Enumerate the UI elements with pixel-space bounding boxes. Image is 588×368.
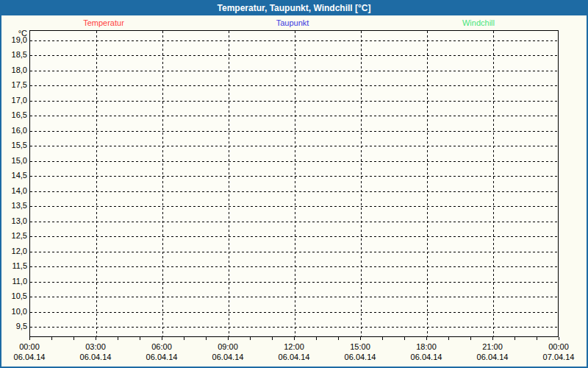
y-axis-tick-label: 16,5 bbox=[1, 110, 27, 119]
x-gridline bbox=[229, 31, 229, 336]
y-gridline bbox=[30, 116, 558, 116]
y-axis-tick-label: 11,0 bbox=[1, 277, 27, 286]
y-gridline bbox=[30, 191, 558, 192]
y-axis-tick-label: 14,5 bbox=[1, 171, 27, 180]
x-gridline bbox=[493, 31, 494, 336]
y-gridline bbox=[30, 71, 558, 71]
x-axis-time-label: 06:00 bbox=[151, 342, 172, 351]
x-axis-time-label: 18:00 bbox=[416, 342, 437, 351]
x-gridline bbox=[427, 31, 428, 336]
x-axis-tick bbox=[96, 337, 96, 340]
y-axis-tick-label: 19,0 bbox=[1, 35, 27, 44]
x-axis-tick bbox=[29, 337, 30, 340]
y-axis-tick-label: 11,5 bbox=[1, 261, 27, 270]
x-axis-tick bbox=[537, 337, 537, 340]
x-gridline bbox=[96, 31, 97, 336]
x-axis-date-label: 07.04.14 bbox=[543, 353, 575, 361]
x-axis-tick bbox=[140, 337, 140, 340]
x-axis-tick bbox=[228, 337, 229, 340]
y-gridline bbox=[30, 327, 558, 328]
x-axis-date-label: 06.04.14 bbox=[477, 353, 509, 361]
y-axis-tick-label: 10,5 bbox=[1, 291, 27, 300]
x-axis-date-label: 06.04.14 bbox=[279, 353, 310, 361]
y-axis-tick-label: 13,0 bbox=[1, 216, 27, 225]
y-gridline bbox=[30, 161, 558, 162]
y-axis-tick-label: 12,5 bbox=[1, 231, 27, 240]
y-gridline bbox=[30, 297, 558, 297]
y-gridline bbox=[30, 266, 558, 267]
x-axis-time-label: 00:00 bbox=[548, 342, 569, 351]
x-axis-time-label: 12:00 bbox=[284, 342, 304, 351]
x-axis-tick bbox=[404, 337, 405, 340]
x-axis-tick bbox=[316, 337, 317, 340]
x-axis-tick bbox=[294, 337, 295, 340]
y-axis-tick-label: 18,5 bbox=[1, 50, 27, 59]
x-axis-date-label: 06.04.14 bbox=[80, 353, 112, 361]
x-axis-date-label: 06.04.14 bbox=[411, 353, 442, 361]
chart-window: Temperatur, Taupunkt, Windchill [°C] Tem… bbox=[0, 0, 588, 368]
x-axis-tick bbox=[470, 337, 471, 340]
y-axis-tick-label: 15,0 bbox=[1, 156, 27, 165]
y-gridline bbox=[30, 176, 558, 177]
x-axis-tick bbox=[118, 337, 118, 340]
x-axis-date-label: 06.04.14 bbox=[345, 353, 376, 361]
x-gridline bbox=[295, 31, 295, 336]
y-gridline bbox=[30, 312, 558, 313]
y-axis-tick-label: 15,5 bbox=[1, 141, 27, 149]
legend-item-temperatur: Temperatur bbox=[83, 18, 124, 27]
y-gridline bbox=[30, 206, 558, 207]
y-gridline bbox=[30, 55, 558, 56]
y-gridline bbox=[30, 85, 558, 86]
y-axis-tick-label: 14,0 bbox=[1, 186, 27, 195]
x-gridline bbox=[361, 31, 362, 336]
y-axis-tick-label: 17,0 bbox=[1, 96, 27, 105]
x-axis-tick bbox=[272, 337, 273, 340]
x-axis-tick bbox=[382, 337, 383, 340]
x-axis-time-label: 15:00 bbox=[350, 342, 370, 351]
legend-item-windchill: Windchill bbox=[462, 18, 495, 27]
x-axis-tick bbox=[206, 337, 207, 340]
x-axis-tick bbox=[360, 337, 361, 340]
y-axis-tick-label: 9,5 bbox=[1, 322, 27, 330]
y-axis-tick-label: 16,0 bbox=[1, 126, 27, 135]
x-axis-tick bbox=[514, 337, 515, 340]
x-axis-time-label: 09:00 bbox=[218, 342, 238, 351]
plot-area bbox=[29, 30, 559, 337]
x-axis-date-label: 06.04.14 bbox=[146, 353, 178, 361]
x-axis-date-label: 06.04.14 bbox=[212, 353, 244, 361]
x-axis-tick bbox=[162, 337, 162, 340]
x-axis-tick bbox=[426, 337, 427, 340]
y-gridline bbox=[30, 236, 558, 237]
legend-item-taupunkt: Taupunkt bbox=[276, 18, 309, 27]
y-axis-tick-label: 17,5 bbox=[1, 80, 27, 89]
x-axis-date-label: 06.04.14 bbox=[14, 353, 46, 361]
y-gridline bbox=[30, 146, 558, 146]
y-gridline bbox=[30, 282, 558, 283]
x-axis-tick bbox=[250, 337, 251, 340]
x-gridline bbox=[162, 31, 163, 336]
x-axis-tick bbox=[448, 337, 449, 340]
y-gridline bbox=[30, 40, 558, 41]
x-axis-tick bbox=[74, 337, 74, 340]
y-gridline bbox=[30, 252, 558, 252]
x-axis-tick bbox=[559, 337, 559, 340]
x-axis-tick bbox=[184, 337, 184, 340]
y-axis-tick-label: 13,5 bbox=[1, 201, 27, 210]
y-gridline bbox=[30, 101, 558, 102]
x-axis-tick bbox=[492, 337, 493, 340]
y-gridline bbox=[30, 222, 558, 222]
x-axis-tick bbox=[338, 337, 339, 340]
y-axis-tick-label: 12,0 bbox=[1, 247, 27, 255]
y-axis-tick-label: 10,0 bbox=[1, 307, 27, 316]
x-axis-time-label: 03:00 bbox=[85, 342, 106, 351]
x-axis-time-label: 21:00 bbox=[482, 342, 503, 351]
chart-title: Temperatur, Taupunkt, Windchill [°C] bbox=[1, 1, 587, 15]
y-axis-tick-label: 18,0 bbox=[1, 66, 27, 74]
y-gridline bbox=[30, 131, 558, 132]
x-axis-time-label: 00:00 bbox=[19, 342, 40, 351]
x-axis-tick bbox=[51, 337, 52, 340]
